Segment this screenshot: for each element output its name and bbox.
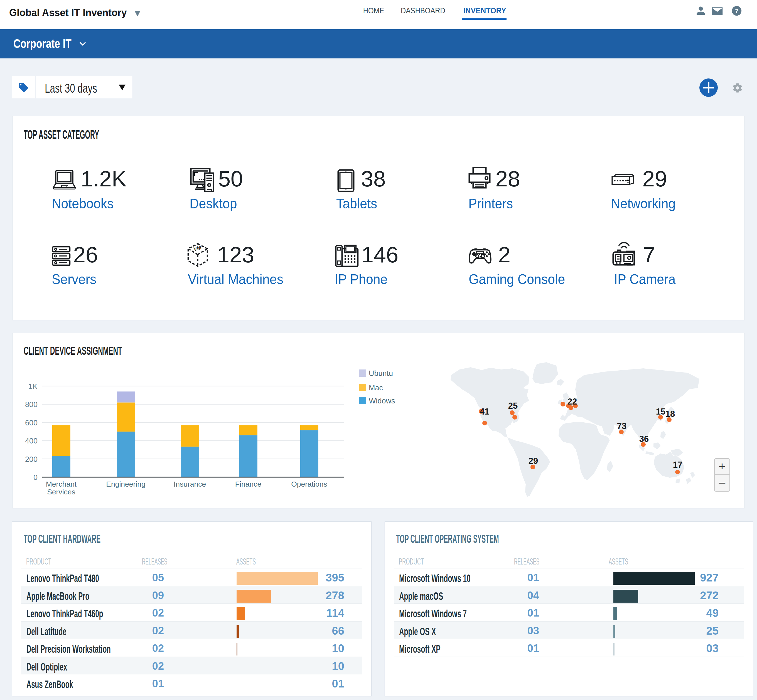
svg-text:600: 600 xyxy=(25,419,38,427)
svg-text:Services: Services xyxy=(47,488,75,496)
svg-text:Merchant: Merchant xyxy=(46,480,77,488)
svg-text:Finance: Finance xyxy=(235,480,261,488)
svg-text:400: 400 xyxy=(25,437,38,445)
svg-text:Insurance: Insurance xyxy=(174,480,206,488)
svg-text:800: 800 xyxy=(25,400,38,409)
svg-text:?: ? xyxy=(735,8,739,14)
svg-text:Engineering: Engineering xyxy=(106,480,145,488)
svg-text:1K: 1K xyxy=(28,382,38,391)
svg-text:0: 0 xyxy=(33,473,38,481)
svg-text:Operations: Operations xyxy=(291,480,327,488)
svg-text:200: 200 xyxy=(25,455,38,464)
